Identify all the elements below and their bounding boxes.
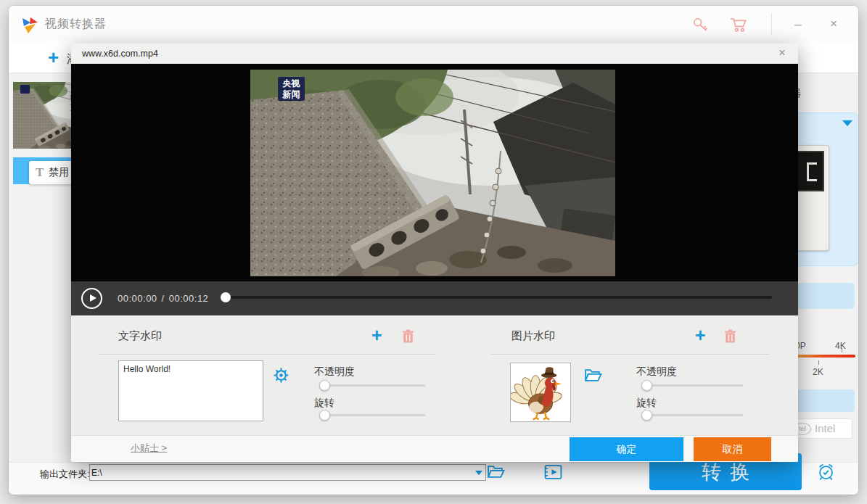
res-label-2k: 2K [813,367,823,377]
dialog-footer: 小贴士 > 确定 取消 [71,435,798,462]
time-separator: / [162,293,165,304]
browse-image-folder-icon[interactable] [584,368,602,385]
time-total: 00:00:12 [169,293,209,304]
cancel-button[interactable]: 取消 [694,437,771,461]
output-folder-combobox[interactable] [89,464,486,481]
play-icon [90,294,96,302]
cctv-news-badge: 央视 新闻 [278,77,305,101]
image-rotate-label: 旋转 [636,397,657,410]
add-file-button[interactable]: + [48,48,59,67]
dialog-header: www.x6d.com.mp4 × [71,44,798,64]
text-section-divider [98,354,435,355]
chevron-down-icon[interactable] [842,120,852,126]
turkey-image [511,363,570,421]
tips-link[interactable]: 小贴士 > [131,442,167,455]
video-frame[interactable]: 央视 新闻 [250,70,615,276]
watermark-text-input[interactable]: Hello World! [118,360,263,421]
image-section-divider [491,354,769,355]
video-scene [250,70,615,276]
seek-bar[interactable] [221,292,772,303]
dialog-close-icon[interactable]: × [775,46,789,59]
open-folder-button[interactable] [487,464,505,482]
screen-bracket-shape [807,162,817,181]
app-window: 视频转换器 – × + 添 T 禁用 器 [9,6,858,495]
app-logo-icon [20,15,39,34]
image-rotate-handle[interactable] [641,410,652,421]
combo-dropdown-icon[interactable] [475,471,482,475]
text-rotate-label: 旋转 [314,397,334,410]
text-settings-gear-icon[interactable] [273,367,289,386]
cart-icon[interactable] [730,16,748,36]
image-opacity-label: 不透明度 [636,365,677,379]
text-opacity-label: 不透明度 [314,365,355,379]
preview-video-button[interactable] [544,464,562,482]
image-opacity-handle[interactable] [641,380,652,391]
seek-track [225,296,772,299]
ok-button[interactable]: 确定 [570,437,683,461]
text-rotate-slider[interactable] [319,410,425,421]
add-image-watermark-button[interactable]: + [695,326,706,344]
play-button[interactable] [81,288,102,309]
image-opacity-slider[interactable] [641,380,743,391]
add-text-watermark-button[interactable]: + [371,326,382,344]
delete-image-watermark-icon[interactable] [724,329,736,345]
text-rotate-handle[interactable] [319,410,330,421]
output-path-input[interactable] [91,466,461,479]
player-controls: 00:00:00/00:00:12 [71,281,798,315]
text-opacity-slider[interactable] [319,380,425,391]
schedule-clock-icon[interactable] [816,462,836,484]
seek-handle[interactable] [221,292,231,302]
thumbnail-news-badge [20,85,30,94]
res-label-4k: 4K [835,341,846,351]
disable-label: 禁用 [49,166,69,179]
video-preview-area: 央视 新闻 [71,64,798,281]
watermark-image-preview[interactable] [510,363,571,422]
intel-label: Intel [815,422,835,434]
titlebar-separator [771,13,772,35]
dialog-title: www.x6d.com.mp4 [82,49,158,59]
output-folder-label: 输出文件夹: [40,468,90,481]
res-tick-4k [842,348,842,352]
cctv-badge-line1: 央视 [278,78,305,89]
time-display: 00:00:00/00:00:12 [118,293,213,304]
app-title: 视频转换器 [45,17,107,32]
image-watermark-title: 图片水印 [511,329,555,343]
minimize-button[interactable]: – [787,17,809,32]
time-current: 00:00:00 [118,293,157,304]
window-close-button[interactable]: × [823,17,845,31]
register-key-icon[interactable] [691,16,709,36]
image-rotate-slider[interactable] [641,410,743,421]
cctv-badge-line2: 新闻 [278,89,305,100]
watermark-dialog: www.x6d.com.mp4 × 央视 新闻 00:00:00/00:00:1… [71,44,798,462]
titlebar: 视频转换器 – × [9,6,858,42]
text-watermark-title: 文字水印 [118,329,162,343]
text-tool-icon: T [36,165,44,180]
text-opacity-handle[interactable] [319,380,330,391]
res-tick-2k [818,360,819,365]
delete-text-watermark-icon[interactable] [402,329,414,345]
